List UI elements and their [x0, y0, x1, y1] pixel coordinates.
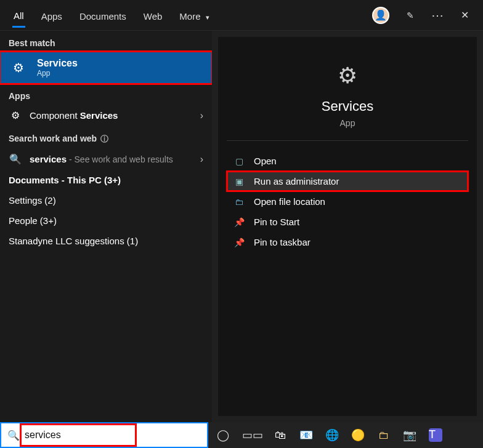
chrome-icon[interactable]: 🟡 [345, 422, 371, 448]
search-web-label: Search work and web [0, 126, 212, 148]
feedback-icon[interactable] [404, 10, 416, 21]
search-results-panel: Best match ⚙ Services App Apps ⚙ Compone… [0, 31, 212, 422]
pin-icon: 📌 [233, 238, 245, 247]
result-documents[interactable]: Documents - This PC (3+) [0, 170, 212, 190]
tab-web[interactable]: Web [142, 4, 164, 26]
file-explorer-icon[interactable]: 🗀 [371, 422, 397, 448]
result-stanadyne[interactable]: Stanadyne LLC suggestions (1) [0, 231, 212, 251]
pin-icon: 📌 [233, 217, 245, 227]
search-icon: 🔍 [7, 430, 20, 441]
tab-all[interactable]: All [12, 3, 25, 28]
outlook-icon[interactable]: 📧 [293, 422, 319, 448]
camera-icon[interactable]: 📷 [397, 422, 423, 448]
searchbox-container[interactable]: 🔍 [0, 422, 208, 448]
result-component-services[interactable]: ⚙ Component Services › [0, 105, 212, 126]
chevron-right-icon: › [200, 154, 203, 165]
user-avatar[interactable]: 👤 [372, 7, 389, 24]
action-open[interactable]: ▢ Open [227, 151, 468, 171]
search-icon: 🔍 [9, 153, 22, 165]
result-settings[interactable]: Settings (2) [0, 190, 212, 210]
taskbar: 🔍 ◯ ▭▭ 🛍 📧 🌐 🟡 🗀 📷 T [0, 422, 483, 448]
folder-icon: 🗀 [233, 197, 245, 207]
preview-panel: ⚙ Services App ▢ Open ▣ Run as administr… [212, 31, 483, 422]
tab-apps[interactable]: Apps [40, 4, 63, 26]
teams-icon[interactable]: T [423, 422, 448, 448]
store-icon[interactable]: 🛍 [267, 422, 293, 448]
chevron-down-icon [203, 11, 209, 22]
open-icon: ▢ [233, 156, 245, 166]
admin-icon: ▣ [233, 177, 245, 186]
more-options-icon[interactable] [431, 8, 444, 23]
close-icon[interactable] [458, 9, 471, 21]
top-right-controls: 👤 [372, 7, 471, 24]
action-pin-to-taskbar[interactable]: 📌 Pin to taskbar [227, 232, 468, 252]
best-match-title: Services [37, 58, 78, 69]
action-open-file-location[interactable]: 🗀 Open file location [227, 191, 468, 212]
preview-subtitle: App [340, 118, 355, 128]
action-pin-to-start[interactable]: 📌 Pin to Start [227, 212, 468, 232]
gear-icon: ⚙ [9, 58, 28, 78]
edge-icon[interactable]: 🌐 [319, 422, 345, 448]
task-view-icon[interactable]: ▭▭ [238, 422, 267, 448]
action-run-as-administrator[interactable]: ▣ Run as administrator [227, 171, 468, 191]
context-actions: ▢ Open ▣ Run as administrator 🗀 Open fil… [218, 141, 477, 262]
search-filter-tabs: All Apps Documents Web More 👤 [0, 0, 483, 31]
preview-header: ⚙ Services App [227, 37, 468, 141]
tab-documents[interactable]: Documents [78, 4, 128, 26]
services-large-icon: ⚙ [333, 62, 362, 90]
cortana-icon[interactable]: ◯ [208, 422, 238, 448]
apps-section-label: Apps [0, 84, 212, 105]
best-match-label: Best match [0, 31, 212, 52]
search-input[interactable] [23, 427, 205, 443]
result-people[interactable]: People (3+) [0, 210, 212, 231]
best-match-services[interactable]: ⚙ Services App [0, 52, 212, 84]
preview-title: Services [322, 98, 373, 114]
component-services-icon: ⚙ [9, 110, 22, 121]
best-match-subtitle: App [37, 69, 78, 78]
result-services-web[interactable]: 🔍 services - See work and web results › [0, 148, 212, 170]
chevron-right-icon: › [200, 110, 203, 121]
tab-more[interactable]: More [178, 4, 210, 26]
